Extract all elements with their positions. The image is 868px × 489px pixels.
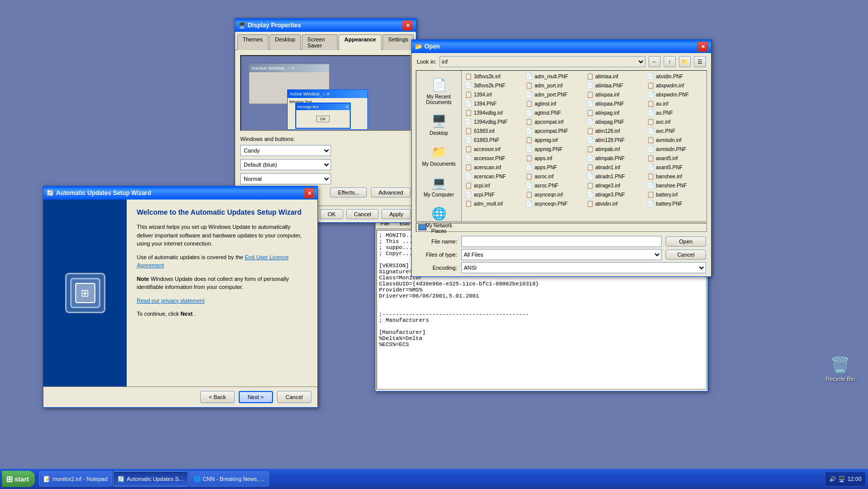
lookin-select[interactable]: inf	[440, 56, 645, 67]
preview-ok-button[interactable]: OK	[316, 116, 330, 122]
file-item[interactable]: 📋atiixpaa.inf	[584, 90, 645, 99]
start-button[interactable]: ⊞ start	[2, 471, 35, 487]
file-item[interactable]: 📄adm_port.PNF	[523, 90, 584, 99]
file-item[interactable]: 📋61883.inf	[463, 126, 523, 135]
file-item[interactable]: 📄atimpab.PNF	[584, 154, 645, 163]
file-item[interactable]: 📋atimpab.inf	[584, 144, 645, 154]
updates-wizard-close-btn[interactable]: ✕	[304, 188, 314, 199]
display-cancel-btn[interactable]: Cancel	[346, 209, 378, 219]
file-item[interactable]: 📄apcompat.PNF	[523, 126, 584, 135]
file-item[interactable]: 📄1394vdbg.PNF	[463, 117, 523, 126]
file-item[interactable]: 📋accessor.inf	[463, 144, 523, 154]
font-size-select[interactable]: Normal	[240, 173, 331, 184]
tab-desktop[interactable]: Desktop	[269, 34, 301, 50]
file-item[interactable]: 📄appmig.PNF	[523, 144, 584, 154]
display-props-titlebar[interactable]: 🖥️ Display Properties ✕	[235, 19, 416, 32]
file-item[interactable]: 📋apcompat.inf	[523, 117, 584, 126]
taskbar-notepad[interactable]: 📝 monitor2.inf - Notepad	[39, 471, 112, 486]
nav-back-btn[interactable]: ←	[648, 56, 661, 67]
file-item[interactable]: 📄acpi.PNF	[463, 190, 523, 199]
file-item[interactable]: 📋atiixpag.inf	[584, 108, 645, 117]
file-item[interactable]: 📄au.PNF	[645, 108, 706, 117]
tab-themes[interactable]: Themes	[237, 34, 268, 50]
file-item[interactable]: 📄61883.PNF	[463, 135, 523, 144]
file-item[interactable]: 📋avmisdn.inf	[645, 135, 706, 144]
file-item[interactable]: 📄asynceqn.PNF	[523, 199, 584, 208]
nav-up-btn[interactable]: ↑	[664, 56, 676, 67]
file-item[interactable]: 📄apps.PNF	[523, 163, 584, 172]
file-item[interactable]: 📋3dfxvs2k.inf	[463, 72, 523, 81]
file-item[interactable]: 📄atixpwdm.PNF	[645, 90, 706, 99]
nav-newfolder-btn[interactable]: 📁	[679, 56, 691, 67]
display-apply-btn[interactable]: Apply	[382, 209, 411, 219]
file-item[interactable]: 📋atividin.inf	[584, 199, 645, 208]
sidebar-documents[interactable]: 📁 My Documents	[419, 142, 459, 169]
effects-button[interactable]: Effects...	[330, 187, 367, 198]
display-props-close-btn[interactable]: ✕	[402, 20, 413, 31]
file-item[interactable]: 📄battery.PNF	[645, 199, 706, 208]
file-item[interactable]: 📋atixpwdm.inf	[645, 81, 706, 90]
file-item[interactable]: 📄axant5.PNF	[645, 163, 706, 172]
sidebar-network[interactable]: 🌐 My Network Places	[419, 204, 459, 236]
file-item[interactable]: 📄avmisdn.PNF	[645, 144, 706, 154]
file-item[interactable]: 📄asroc.PNF	[523, 181, 584, 190]
file-item[interactable]: 📋atiradn1.inf	[584, 163, 645, 172]
file-item[interactable]: 📋apps.inf	[523, 154, 584, 163]
file-item[interactable]: 📄atiixpaa.PNF	[584, 99, 645, 108]
file-item[interactable]: 📋au.inf	[645, 99, 706, 108]
tray-display-icon[interactable]: 🖥️	[838, 476, 845, 482]
file-item[interactable]: 📋adm_port.inf	[523, 81, 584, 90]
file-item[interactable]: 📋avc.inf	[645, 117, 706, 126]
open-files-area[interactable]: 📋3dfxvs2k.inf📄adm_mult.PNF📋atiintaa.inf📄…	[462, 71, 707, 221]
file-item[interactable]: 📄1394.PNF	[463, 99, 523, 108]
advanced-button[interactable]: Advanced	[371, 187, 411, 198]
color-scheme-select[interactable]: Default (blue)	[240, 159, 331, 170]
tab-appearance[interactable]: Appearance	[339, 34, 382, 50]
file-item[interactable]: 📋atiintaa.inf	[584, 72, 645, 81]
encoding-select[interactable]: ANSI	[461, 262, 706, 273]
file-item[interactable]: 📋asroc.inf	[523, 172, 584, 181]
file-item[interactable]: 📄adm_mult.PNF	[523, 72, 584, 81]
recycle-bin-icon[interactable]: 🗑️ Recycle Bin	[823, 354, 858, 384]
file-item[interactable]: 📋axant5.inf	[645, 154, 706, 163]
filename-input[interactable]	[461, 236, 662, 247]
open-btn[interactable]: Open	[666, 236, 706, 247]
tab-screensaver[interactable]: Screen Saver	[302, 34, 338, 50]
filetype-select[interactable]: All Files	[461, 249, 662, 260]
tab-settings[interactable]: Settings	[383, 34, 414, 50]
file-item[interactable]: 📋adm_mult.inf	[463, 199, 523, 208]
file-item[interactable]: 📄agtinst.PNF	[523, 108, 584, 117]
file-item[interactable]: 📄atiradn1.PNF	[584, 172, 645, 181]
sidebar-desktop[interactable]: 🖥️ Desktop	[419, 111, 459, 138]
file-item[interactable]: 📄atim128.PNF	[584, 135, 645, 144]
tray-sound-icon[interactable]: 🔊	[829, 476, 836, 482]
file-item[interactable]: 📄atirage3.PNF	[584, 190, 645, 199]
file-item[interactable]: 📋1394vdbg.inf	[463, 108, 523, 117]
nav-view-btn[interactable]: ☰	[694, 56, 706, 67]
privacy-link[interactable]: Read our privacy statement	[137, 298, 205, 304]
file-item[interactable]: 📋acerscan.inf	[463, 163, 523, 172]
file-item[interactable]: 📋atirage3.inf	[584, 181, 645, 190]
cancel-btn[interactable]: Cancel	[666, 250, 706, 260]
file-item[interactable]: 📋acpi.inf	[463, 181, 523, 190]
open-dialog-titlebar[interactable]: 📂 Open ✕	[412, 40, 711, 53]
updates-wizard-titlebar[interactable]: 🔄 Automatic Updates Setup Wizard ✕	[43, 186, 317, 200]
windows-style-select[interactable]: Candy	[240, 145, 331, 156]
wizard-next-btn[interactable]: Next >	[239, 391, 273, 403]
file-item[interactable]: 📄banshee.PNF	[645, 181, 706, 190]
sidebar-computer[interactable]: 💻 My Computer	[419, 173, 459, 200]
file-item[interactable]: 📋asynceqn.inf	[523, 190, 584, 199]
taskbar-cnn[interactable]: 🌐 CNN - Breaking News, ...	[189, 471, 269, 486]
taskbar-updates[interactable]: 🔄 Automatic Updates S...	[113, 471, 188, 486]
file-item[interactable]: 📄acerscan.PNF	[463, 172, 523, 181]
file-item[interactable]: 📄avc.PNF	[645, 126, 706, 135]
file-item[interactable]: 📋battery.inf	[645, 190, 706, 199]
open-dialog-close-btn[interactable]: ✕	[697, 41, 708, 52]
file-item[interactable]: 📋appmig.inf	[523, 135, 584, 144]
sidebar-recent[interactable]: 📄 My Recent Documents	[419, 75, 459, 107]
file-item[interactable]: 📋banshee.inf	[645, 172, 706, 181]
file-item[interactable]: 📄accessor.PNF	[463, 154, 523, 163]
file-item[interactable]: 📄atiixpag.PNF	[584, 117, 645, 126]
file-item[interactable]: 📋atim128.inf	[584, 126, 645, 135]
file-item[interactable]: 📄atiintaa.PNF	[584, 81, 645, 90]
